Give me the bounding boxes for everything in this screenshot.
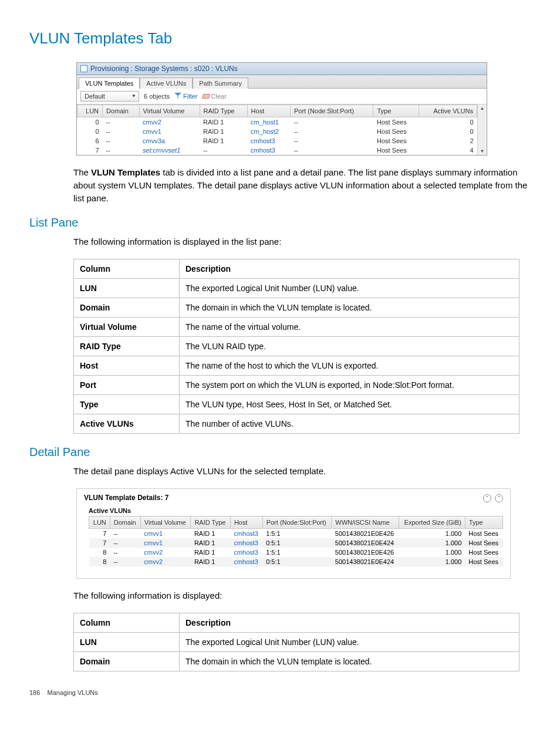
cell-vv[interactable]: cmvv2 xyxy=(140,548,191,557)
filter-button[interactable]: Filter xyxy=(174,93,198,100)
cell-port: -- xyxy=(290,117,373,127)
cell-description: The domain in which the VLUN template is… xyxy=(180,652,519,671)
cell-column: Virtual Volume xyxy=(74,318,180,337)
table-row: RAID TypeThe VLUN RAID type. xyxy=(74,337,519,356)
scroll-up-icon[interactable]: ▲ xyxy=(479,104,486,112)
cell-domain: -- xyxy=(103,127,140,136)
cell-raid: RAID 1 xyxy=(191,538,230,548)
cell-column: Active VLUNs xyxy=(74,414,180,434)
cell-wwn: 5001438021E0E426 xyxy=(332,528,399,538)
col-host[interactable]: Host xyxy=(247,105,290,117)
cell-column: Port xyxy=(74,376,180,395)
cell-port: 0:5:1 xyxy=(262,557,332,566)
cell-size: 1.000 xyxy=(399,528,465,538)
cell-type: Host Sees xyxy=(465,528,502,538)
cell-vv[interactable]: cmvv1 xyxy=(140,528,191,538)
table-row[interactable]: 0--cmvv1RAID 1cm_host2--Host Sees0 xyxy=(77,127,477,136)
d-col-raid[interactable]: RAID Type xyxy=(191,516,230,528)
tab-path-summary[interactable]: Path Summary xyxy=(193,77,248,89)
filter-label: Filter xyxy=(183,93,197,100)
cell-port: -- xyxy=(290,146,373,155)
d-col-port[interactable]: Port (Node:Slot:Port) xyxy=(262,516,332,528)
tab-active-vluns[interactable]: Active VLUNs xyxy=(140,77,193,89)
list-pane-desc-table: Column Description LUNThe exported Logic… xyxy=(73,259,519,434)
table-row[interactable]: 7--cmvv1RAID 1cmhost30:5:15001438021E0E4… xyxy=(89,538,503,548)
window-titlebar: Provisioning : Storage Systems : s020 : … xyxy=(77,63,487,75)
cell-description: The domain in which the VLUN template is… xyxy=(180,298,519,318)
d-desc-col-header: Column xyxy=(74,613,180,632)
cell-host[interactable]: cmhost3 xyxy=(230,538,262,548)
cell-raid: -- xyxy=(200,146,247,155)
tab-bar: VLUN Templates Active VLUNs Path Summary xyxy=(77,75,487,89)
cell-active: 4 xyxy=(419,146,477,155)
cell-vv[interactable]: set:cmvvset1 xyxy=(139,146,200,155)
table-row[interactable]: 6--cmvv3aRAID 1cmhost3--Host Sees2 xyxy=(77,136,477,146)
table-row: HostThe name of the host to which the VL… xyxy=(74,356,519,376)
cell-port: 0:5:1 xyxy=(262,538,332,548)
cell-vv[interactable]: cmvv2 xyxy=(139,117,200,127)
cell-host[interactable]: cmhost3 xyxy=(230,548,262,557)
d-col-vv[interactable]: Virtual Volume xyxy=(140,516,191,528)
cell-host[interactable]: cmhost3 xyxy=(230,528,262,538)
col-port[interactable]: Port (Node:Slot:Port) xyxy=(290,105,373,117)
screenshot-list-pane: Provisioning : Storage Systems : s020 : … xyxy=(76,62,487,156)
detail-desc-table: Column Description LUNThe exported Logic… xyxy=(73,613,519,671)
cell-vv[interactable]: cmvv1 xyxy=(140,538,191,548)
scrollbar[interactable]: ▲ ▼ xyxy=(477,104,487,155)
detail-following-text: The following information is displayed: xyxy=(73,589,531,602)
tab-vlun-templates[interactable]: VLUN Templates xyxy=(79,77,140,89)
d-col-host[interactable]: Host xyxy=(230,516,262,528)
cell-lun: 7 xyxy=(89,538,110,548)
cell-type: Host Sees xyxy=(373,117,419,127)
cell-host[interactable]: cm_host2 xyxy=(247,127,290,136)
cell-lun: 0 xyxy=(77,117,103,127)
table-row[interactable]: 7--cmvv1RAID 1cmhost31:5:15001438021E0E4… xyxy=(89,528,503,538)
col-lun[interactable]: LUN xyxy=(77,105,103,117)
col-type[interactable]: Type xyxy=(373,105,419,117)
d-col-domain[interactable]: Domain xyxy=(110,516,140,528)
cell-size: 1.000 xyxy=(399,557,465,566)
d-col-wwn[interactable]: WWN/iSCSI Name xyxy=(332,516,399,528)
cell-lun: 0 xyxy=(77,127,103,136)
cell-host[interactable]: cmhost3 xyxy=(230,557,262,566)
collapse-down-icon[interactable]: ˇ xyxy=(495,494,503,502)
screenshot-detail-pane: VLUN Template Details: 7 ˆ ˇ Active VLUN… xyxy=(76,488,511,579)
cell-lun: 8 xyxy=(89,557,110,566)
cell-domain: -- xyxy=(110,538,140,548)
cell-vv[interactable]: cmvv2 xyxy=(140,557,191,566)
table-row[interactable]: 7--set:cmvvset1--cmhost3--Host Sees4 xyxy=(77,146,477,155)
object-count: 6 objects xyxy=(144,93,170,100)
titlebar-text: Provisioning : Storage Systems : s020 : … xyxy=(90,65,238,73)
scroll-down-icon[interactable]: ▼ xyxy=(479,147,486,155)
cell-domain: -- xyxy=(103,136,140,146)
col-domain[interactable]: Domain xyxy=(103,105,140,117)
cell-host[interactable]: cm_host1 xyxy=(247,117,290,127)
cell-column: RAID Type xyxy=(74,337,180,356)
table-row[interactable]: 8--cmvv2RAID 1cmhost31:5:15001438021E0E4… xyxy=(89,548,503,557)
cell-vv[interactable]: cmvv3a xyxy=(139,136,200,146)
col-active[interactable]: Active VLUNs xyxy=(419,105,477,117)
cell-active: 0 xyxy=(419,127,477,136)
cell-host[interactable]: cmhost3 xyxy=(247,146,290,155)
cell-size: 1.000 xyxy=(399,538,465,548)
table-row[interactable]: 0--cmvv2RAID 1cm_host1--Host Sees0 xyxy=(77,117,477,127)
cell-size: 1.000 xyxy=(399,548,465,557)
clear-button[interactable]: Clear xyxy=(203,93,227,100)
view-dropdown[interactable]: Default xyxy=(80,91,139,102)
cell-host[interactable]: cmhost3 xyxy=(247,136,290,146)
cell-description: The name of the host to which the VLUN i… xyxy=(180,356,519,376)
d-col-type[interactable]: Type xyxy=(465,516,502,528)
col-vv[interactable]: Virtual Volume xyxy=(139,105,200,117)
cell-description: The system port on which the VLUN is exp… xyxy=(180,376,519,395)
d-col-lun[interactable]: LUN xyxy=(89,516,110,528)
d-col-size[interactable]: Exported Size (GiB) xyxy=(399,516,465,528)
cell-domain: -- xyxy=(103,117,140,127)
heading-list-pane: List Pane xyxy=(29,216,531,229)
list-pane-text: The following information is displayed i… xyxy=(73,235,531,248)
table-row[interactable]: 8--cmvv2RAID 1cmhost30:5:15001438021E0E4… xyxy=(89,557,503,566)
cell-port: 1:5:1 xyxy=(262,548,332,557)
collapse-up-icon[interactable]: ˆ xyxy=(483,494,491,502)
table-row: TypeThe VLUN type, Host Sees, Host In Se… xyxy=(74,395,519,414)
cell-vv[interactable]: cmvv1 xyxy=(139,127,200,136)
col-raid[interactable]: RAID Type xyxy=(200,105,247,117)
